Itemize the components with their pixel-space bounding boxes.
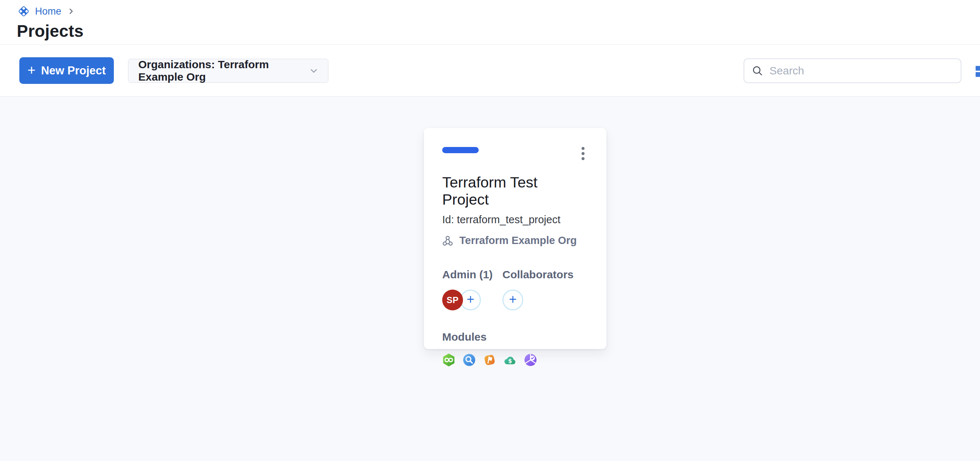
project-organization-row: Terraform Example Org (442, 235, 588, 246)
search-input[interactable] (770, 65, 953, 77)
search-box (744, 58, 961, 83)
add-collaborator-button[interactable]: + (503, 289, 523, 310)
module-flag-icon[interactable] (483, 353, 496, 367)
project-id: Id: terraform_test_project (442, 214, 588, 226)
project-card: Terraform Test Project Id: terraform_tes… (424, 128, 606, 349)
organization-name: Terraform Example Org (459, 235, 577, 246)
admin-avatar[interactable]: SP (442, 289, 463, 310)
new-project-label: New Project (41, 64, 105, 77)
chevron-right-icon (67, 6, 76, 16)
svg-text:$: $ (508, 358, 512, 364)
breadcrumb-home-link[interactable]: Home (35, 6, 61, 16)
modules-label: Modules (442, 331, 588, 343)
app-logo-icon[interactable] (17, 5, 31, 18)
card-menu-kebab-icon[interactable] (580, 146, 586, 161)
page-title: Projects (17, 21, 980, 41)
plus-icon: + (27, 63, 35, 77)
organization-filter-select[interactable]: Organizations: Terraform Example Org (128, 59, 328, 83)
module-pie-check-icon[interactable] (524, 353, 537, 367)
projects-grid: Terraform Test Project Id: terraform_tes… (0, 97, 980, 461)
grid-view-toggle-icon[interactable] (975, 66, 980, 76)
project-title[interactable]: Terraform Test Project (442, 174, 588, 208)
add-admin-button[interactable]: + (460, 289, 481, 310)
breadcrumb: Home (17, 4, 980, 19)
module-search-scope-icon[interactable] (463, 353, 476, 367)
module-infinity-hexagon-icon[interactable] (442, 353, 455, 367)
admin-label: Admin (1) (442, 269, 503, 281)
chevron-down-icon (308, 65, 319, 76)
page-header: Home Projects (0, 0, 980, 45)
new-project-button[interactable]: + New Project (19, 57, 114, 84)
project-color-bar (442, 147, 479, 153)
organization-filter-value: Organizations: Terraform Example Org (138, 58, 308, 83)
modules-row: $ (442, 353, 588, 367)
module-cloud-dollar-icon[interactable]: $ (503, 353, 517, 367)
search-icon (752, 65, 763, 76)
toolbar: + New Project Organizations: Terraform E… (0, 45, 980, 97)
collaborators-label: Collaborators (503, 269, 574, 281)
organization-icon (442, 235, 453, 246)
